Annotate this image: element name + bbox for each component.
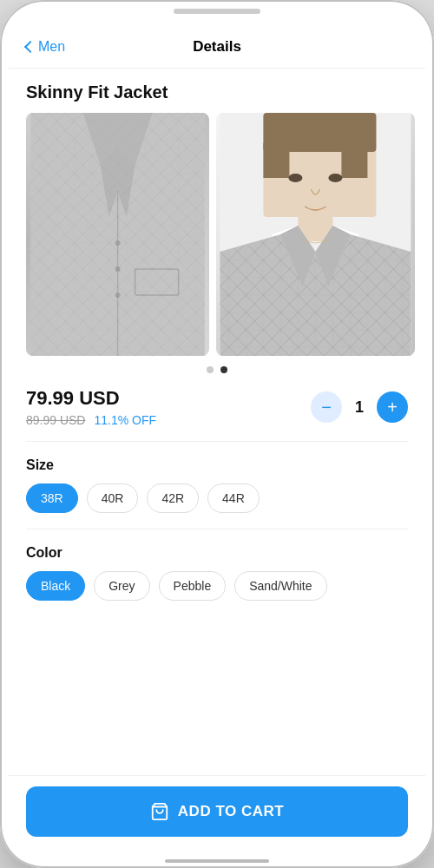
- svg-point-17: [289, 174, 303, 182]
- svg-rect-15: [264, 143, 290, 178]
- back-label: Men: [38, 39, 65, 55]
- size-option-42r[interactable]: 42R: [147, 483, 199, 513]
- carousel-dots: [9, 356, 425, 380]
- price-section: 79.99 USD 89.99 USD 11.1% OFF − 1 +: [9, 380, 425, 437]
- svg-point-9: [115, 266, 121, 272]
- dot-2[interactable]: [220, 366, 227, 373]
- size-option-38r[interactable]: 38R: [26, 483, 78, 513]
- product-title: Skinny Fit Jacket: [9, 69, 425, 113]
- color-options-row: Black Grey Pebble Sand/White: [26, 571, 408, 601]
- phone-notch: [174, 9, 260, 14]
- discount-badge: 11.1% OFF: [94, 413, 156, 427]
- product-image-2: [216, 113, 415, 356]
- divider-1: [26, 441, 408, 442]
- phone-screen: Men Details Skinny Fit Jacket: [9, 26, 425, 851]
- color-option-grey[interactable]: Grey: [94, 571, 149, 601]
- phone-frame: Men Details Skinny Fit Jacket: [0, 0, 434, 868]
- color-option-sandwhite[interactable]: Sand/White: [234, 571, 326, 601]
- add-to-cart-button[interactable]: ADD TO CART: [26, 786, 408, 837]
- original-price-row: 89.99 USD 11.1% OFF: [26, 413, 156, 427]
- header: Men Details: [9, 26, 425, 69]
- color-option-pebble[interactable]: Pebble: [159, 571, 227, 601]
- back-button[interactable]: Men: [26, 39, 65, 55]
- cart-icon: [150, 802, 169, 821]
- quantity-increase-button[interactable]: +: [377, 391, 408, 423]
- page-title: Details: [193, 38, 241, 56]
- product-image-1: [26, 113, 209, 356]
- size-option-44r[interactable]: 44R: [207, 483, 260, 513]
- svg-point-8: [115, 240, 121, 246]
- color-section-title: Color: [26, 545, 408, 561]
- size-option-40r[interactable]: 40R: [87, 483, 139, 513]
- dot-1[interactable]: [207, 366, 214, 373]
- quantity-controls: − 1 +: [311, 391, 408, 423]
- svg-point-10: [115, 293, 121, 298]
- add-to-cart-label: ADD TO CART: [178, 803, 284, 820]
- original-price: 89.99 USD: [26, 413, 85, 427]
- size-section-title: Size: [26, 457, 408, 473]
- color-option-black[interactable]: Black: [26, 571, 85, 601]
- svg-rect-16: [342, 143, 368, 178]
- scroll-content: Skinny Fit Jacket: [9, 69, 425, 775]
- divider-2: [26, 529, 408, 529]
- home-bar: [165, 859, 269, 863]
- chevron-left-icon: [24, 41, 36, 53]
- svg-point-18: [329, 174, 343, 182]
- size-section: Size 38R 40R 42R 44R: [9, 445, 425, 525]
- image-carousel[interactable]: [9, 113, 425, 356]
- quantity-decrease-button[interactable]: −: [311, 391, 342, 423]
- color-section: Color Black Grey Pebble Sand/White: [9, 533, 425, 613]
- current-price: 79.99 USD: [26, 387, 156, 410]
- footer: ADD TO CART: [9, 775, 425, 851]
- price-info: 79.99 USD 89.99 USD 11.1% OFF: [26, 387, 156, 427]
- size-options-row: 38R 40R 42R 44R: [26, 483, 408, 513]
- quantity-value: 1: [352, 398, 366, 417]
